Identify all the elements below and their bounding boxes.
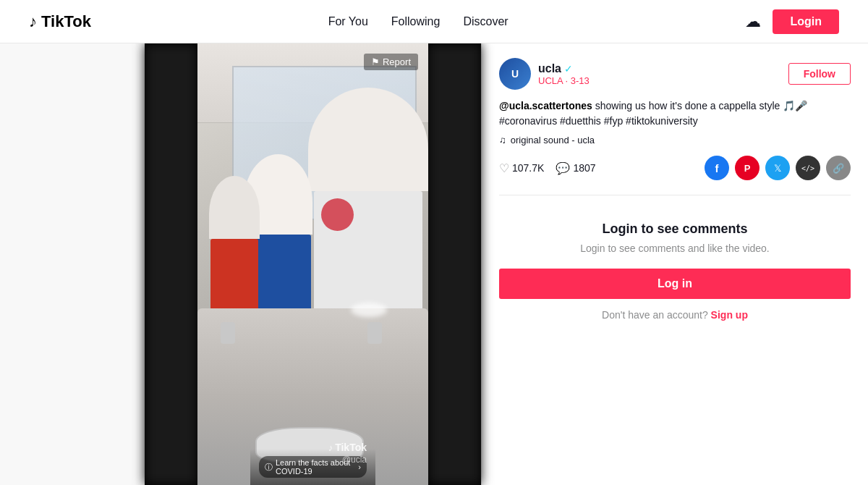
description-text: showing us how it's done a cappella styl…	[595, 100, 808, 111]
user-left: U ucla ✓ UCLA · 3-13	[499, 58, 590, 90]
likes-stat: ♡ 107.7K	[499, 161, 544, 175]
logo-text: TikTok	[41, 12, 91, 31]
comments-subtitle: Login to see comments and like the video…	[499, 242, 851, 254]
video-container: ⚑ Report ⓘ Learn the facts about COVID-1…	[145, 43, 481, 485]
tiktok-logo-icon: ♪	[29, 12, 37, 31]
user-info: ucla ✓ UCLA · 3-13	[538, 62, 590, 86]
embed-icon: </>	[801, 164, 814, 172]
music-icon: ♫	[499, 135, 506, 146]
main-nav: For You Following Discover	[328, 15, 509, 28]
share-link-button[interactable]: 🔗	[826, 156, 851, 180]
username[interactable]: ucla	[538, 62, 561, 75]
username-watermark: @ucla	[342, 455, 367, 465]
report-button[interactable]: ⚑ Report	[364, 54, 418, 70]
logo[interactable]: ♪ TikTok	[29, 12, 91, 31]
main-content: ⚑ Report ⓘ Learn the facts about COVID-1…	[0, 43, 868, 485]
flag-icon: ⚑	[371, 56, 380, 67]
share-facebook-button[interactable]: f	[705, 156, 729, 180]
comment-icon: 💬	[556, 161, 570, 175]
signup-prompt: Don't have an account?	[602, 309, 708, 321]
follow-button[interactable]: Follow	[788, 63, 851, 85]
description: @ucla.scattertones showing us how it's d…	[499, 98, 851, 129]
user-tag: UCLA · 3-13	[538, 75, 590, 86]
right-panel: U ucla ✓ UCLA · 3-13 Follow @ucla.scatte…	[481, 43, 868, 485]
username-row: ucla ✓	[538, 62, 590, 75]
user-subtitle: UCLA · 3-13	[538, 75, 590, 86]
hashtags: #coronavirus #duetthis #fyp #tiktokunive…	[499, 115, 698, 127]
report-label: Report	[383, 56, 411, 67]
signup-link[interactable]: Sign up	[711, 309, 748, 321]
signup-text: Don't have an account? Sign up	[499, 309, 851, 321]
sound-row: ♫ original sound - ucla	[499, 135, 851, 146]
comments-count: 1807	[573, 162, 595, 174]
comments-stat: 💬 1807	[556, 161, 595, 175]
video-frame[interactable]: ⚑ Report ⓘ Learn the facts about COVID-1…	[197, 43, 428, 485]
verified-icon: ✓	[564, 63, 573, 75]
log-in-button[interactable]: Log in	[499, 269, 851, 299]
twitter-icon: 𝕏	[774, 163, 781, 174]
nav-following[interactable]: Following	[391, 15, 441, 28]
avatar[interactable]: U	[499, 58, 531, 90]
stats-share-row: ♡ 107.7K 💬 1807 f P 𝕏 </	[499, 156, 851, 180]
header-right: ☁ Login	[745, 9, 839, 34]
link-icon: 🔗	[833, 163, 844, 174]
video-bg-right	[428, 43, 481, 485]
likes-count: 107.7K	[512, 162, 544, 174]
comments-section: Login to see comments Login to see comme…	[499, 207, 851, 335]
tiktok-watermark-text: TikTok	[335, 442, 367, 453]
nav-for-you[interactable]: For You	[328, 15, 368, 28]
facebook-icon: f	[715, 162, 719, 174]
video-scene	[197, 43, 428, 485]
sound-text[interactable]: original sound - ucla	[511, 135, 595, 146]
upload-icon[interactable]: ☁	[745, 12, 761, 31]
stats-left: ♡ 107.7K 💬 1807	[499, 161, 596, 175]
share-twitter-button[interactable]: 𝕏	[765, 156, 790, 180]
video-bg-left	[145, 43, 197, 485]
user-row: U ucla ✓ UCLA · 3-13 Follow	[499, 58, 851, 90]
share-embed-button[interactable]: </>	[796, 156, 820, 180]
tiktok-watermark-icon: ♪	[328, 442, 333, 453]
login-button[interactable]: Login	[773, 9, 839, 34]
mention-text[interactable]: @ucla.scattertones	[499, 100, 592, 111]
info-icon: ⓘ	[265, 462, 273, 473]
share-pinterest-button[interactable]: P	[735, 156, 760, 180]
heart-icon: ♡	[499, 161, 509, 175]
divider	[499, 195, 851, 195]
header: ♪ TikTok For You Following Discover ☁ Lo…	[0, 0, 868, 43]
share-icons: f P 𝕏 </> 🔗	[705, 156, 851, 180]
tiktok-watermark: ♪ TikTok	[328, 442, 367, 453]
pinterest-icon: P	[744, 163, 751, 174]
comments-title: Login to see comments	[499, 222, 851, 237]
nav-discover[interactable]: Discover	[463, 15, 508, 28]
